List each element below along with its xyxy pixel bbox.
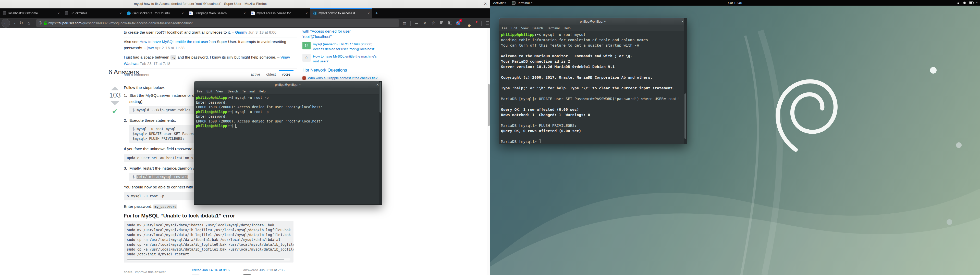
terminal-window-right[interactable]: philipp@philipp: ~ ✕ FileEditViewSearchT… xyxy=(499,18,687,144)
tab-close-icon[interactable]: ✕ xyxy=(305,12,308,15)
sort-tab-active[interactable]: active xyxy=(248,70,263,79)
wallpaper-bubble xyxy=(947,219,952,225)
answered-user-card: answered Jun 3 '13 at 7:35 Yogus 1,20128… xyxy=(243,267,285,275)
menu-item[interactable]: Search xyxy=(532,26,543,30)
terminal-titlebar[interactable]: philipp@philipp: ~ ✕ xyxy=(194,81,382,89)
edited-date-link[interactable]: edited Jan 14 '16 at 8:16 xyxy=(192,267,229,273)
sidebar-toggle-icon[interactable] xyxy=(448,21,453,25)
site-info-icon[interactable]: ⓘ xyxy=(39,21,42,25)
tab-close-icon[interactable]: ✕ xyxy=(181,12,184,15)
upvote-arrow-icon[interactable] xyxy=(111,87,119,90)
downvote-arrow-icon[interactable] xyxy=(111,101,119,105)
new-tab-button[interactable]: + xyxy=(372,8,381,18)
url-domain: superuser.com xyxy=(59,21,81,25)
system-status-area[interactable]: ▾ xyxy=(956,1,977,5)
menu-item[interactable]: Help xyxy=(564,26,571,30)
tab-close-icon[interactable]: ✕ xyxy=(368,12,370,15)
scrollbar-thumb[interactable] xyxy=(380,82,381,112)
hot-question[interactable]: Who wins a Grapple contest if the checks… xyxy=(302,76,383,81)
page-scrollbar[interactable] xyxy=(487,28,490,275)
menu-item[interactable]: Terminal xyxy=(242,89,255,93)
menu-item[interactable]: Terminal xyxy=(547,26,560,30)
noscript-icon[interactable]: S3 xyxy=(456,21,461,25)
wallpaper-bubble xyxy=(956,142,962,148)
vote-column: 103 ✔ xyxy=(109,87,121,115)
terminal-scrollbar[interactable] xyxy=(684,18,687,144)
tab-bruckmuehle[interactable]: Bruckmühle ✕ xyxy=(62,8,124,18)
url-path: /questions/603026/mysql-how-to-fix-acces… xyxy=(81,21,192,25)
toolbar-separator xyxy=(481,21,482,26)
terminal-scrollbar[interactable] xyxy=(379,81,382,204)
code-line: sudo /etc/init.d/mysql restart xyxy=(127,252,290,257)
terminal-content[interactable]: philipp@philipp:~$ mysql -u root -pEnter… xyxy=(194,95,382,204)
horizontal-scrollbar[interactable] xyxy=(127,258,290,261)
scrollbar-thumb[interactable] xyxy=(127,259,284,260)
tab-close-icon[interactable]: ✕ xyxy=(243,12,246,15)
debian-swirl-icon xyxy=(778,81,835,150)
home-button[interactable]: ⌂ xyxy=(25,19,32,27)
terminal-window-left[interactable]: philipp@philipp: ~ ✕ FileEditViewSearchT… xyxy=(194,81,382,205)
close-icon[interactable]: ✕ xyxy=(376,83,379,87)
app-menu[interactable]: >_ Terminal ▾ xyxy=(509,1,535,5)
reload-button[interactable]: ↻ xyxy=(18,19,25,27)
hamburger-menu-icon[interactable]: ☰ xyxy=(485,21,490,25)
tab-superuser-active[interactable]: {} mysql how to fix Access d ✕ xyxy=(310,8,372,18)
menu-item[interactable]: Search xyxy=(228,89,238,93)
clock[interactable]: Sat 10:40 xyxy=(728,1,742,5)
terminal-content[interactable]: philipp@philipp:~$ mysql -u root mysqlRe… xyxy=(499,31,687,144)
code-line: sudo mv /usr/local/mysql/data/ibdata1 /u… xyxy=(127,223,290,228)
activities-button[interactable]: Activities xyxy=(490,1,509,5)
terminal-titlebar[interactable]: philipp@philipp: ~ ✕ xyxy=(499,18,687,25)
scrollbar-thumb[interactable] xyxy=(488,84,490,126)
terminal-cursor xyxy=(539,139,541,143)
page-sidebar: with "Access denied for user 'root'@'loc… xyxy=(302,28,383,81)
close-icon[interactable]: ✕ xyxy=(681,20,684,24)
tab-docker[interactable]: ◠ Get Docker CE for Ubuntu ✕ xyxy=(124,8,186,18)
menu-item[interactable]: View xyxy=(521,26,528,30)
reader-view-icon[interactable]: ▤ xyxy=(402,21,407,25)
sort-tab-oldest[interactable]: oldest xyxy=(263,70,279,79)
tab-localhost[interactable]: localhost:8000/home ✕ xyxy=(0,8,62,18)
menu-item[interactable]: File xyxy=(502,26,508,30)
tab-close-icon[interactable]: ✕ xyxy=(119,12,122,15)
pocket-icon[interactable]: ∨ xyxy=(422,21,428,25)
menu-item[interactable]: Edit xyxy=(511,26,517,30)
close-icon[interactable]: ✕ xyxy=(484,2,487,6)
code-line: sudo cp -a /usr/local/mysql/data/ib_logf… xyxy=(127,247,290,252)
improve-answer-link[interactable]: improve this answer xyxy=(135,269,165,275)
linked-question[interactable]: 0 How to have MySQL entitle the machine'… xyxy=(302,54,383,64)
answer-sort-tabs: active oldest votes xyxy=(248,70,293,79)
chevron-down-icon: ▾ xyxy=(531,2,532,4)
linked-question-link[interactable]: mysql (mariadb) ERROR 1698 (28000): Acce… xyxy=(313,42,383,51)
chevron-down-icon: ▾ xyxy=(976,2,977,4)
scrollbar-thumb[interactable] xyxy=(684,93,686,139)
menu-item[interactable]: File xyxy=(197,89,202,93)
hot-question-link[interactable]: Who wins a Grapple contest if the checks… xyxy=(308,76,377,81)
code-block-scrollable: sudo mv /usr/local/mysql/data/ibdata1 /u… xyxy=(124,221,293,262)
tab-mysql-search[interactable]: Sp mysql access denied for u ✕ xyxy=(248,8,310,18)
tab-startpage[interactable]: Sp Startpage Web Search ✕ xyxy=(186,8,248,18)
url-protocol: https:// xyxy=(48,21,59,25)
share-link[interactable]: share xyxy=(124,269,132,275)
library-icon[interactable] xyxy=(439,21,444,25)
sort-tab-votes[interactable]: votes xyxy=(279,70,293,79)
linked-question[interactable]: 14 mysql (mariadb) ERROR 1698 (28000): A… xyxy=(302,42,383,51)
linked-question-link[interactable]: 'root'@'localhost'" xyxy=(302,34,383,39)
wifi-icon xyxy=(956,1,960,5)
toolbar-action-icons: ▤ ••• ∨ ☆ S3 xyxy=(402,21,490,26)
linked-question-link[interactable]: How to have MySQL entitle the machine's … xyxy=(313,54,383,64)
page-actions-icon[interactable]: ••• xyxy=(414,22,419,25)
url-bar[interactable]: ⓘ https://superuser.com/questions/603026… xyxy=(36,19,399,27)
firefox-titlebar[interactable]: mysql how to fix Access denied for user … xyxy=(0,0,490,8)
menu-item[interactable]: Edit xyxy=(207,89,212,93)
menu-item[interactable]: Help xyxy=(259,89,266,93)
bookmark-star-icon[interactable]: ☆ xyxy=(431,21,436,26)
back-button[interactable]: ← xyxy=(2,19,10,27)
startpage-icon: Sp xyxy=(251,11,255,15)
https-padlock-icon[interactable] xyxy=(44,23,47,25)
terminal-line: ; xyxy=(501,101,683,107)
menu-item[interactable]: View xyxy=(216,89,223,93)
forward-button[interactable]: → xyxy=(10,19,18,27)
tab-close-icon[interactable]: ✕ xyxy=(57,12,60,15)
linked-question-link[interactable]: with "Access denied for user xyxy=(302,28,383,34)
